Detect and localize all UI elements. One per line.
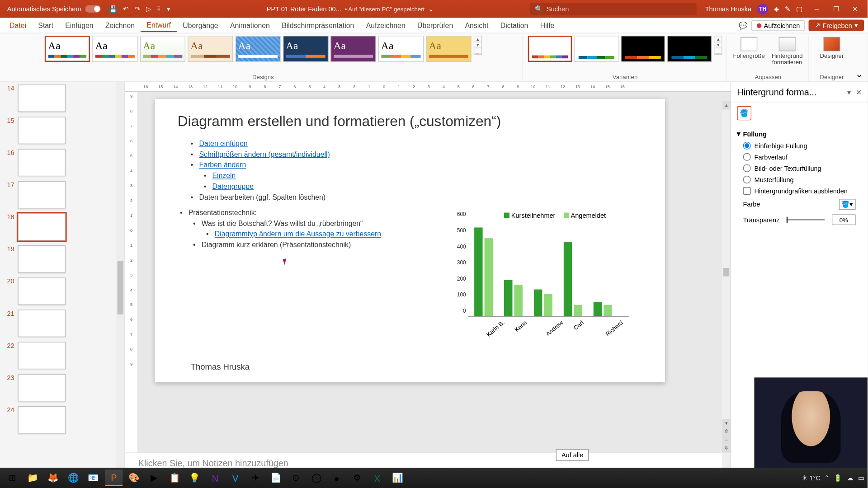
app-icon-8[interactable]: ● (328, 469, 346, 486)
themes-expand[interactable]: ▴▾⎯ (473, 36, 481, 55)
next-slide-icon[interactable]: ⤋ (722, 444, 730, 452)
tab-bildschirm[interactable]: Bildschirmpräsentation (276, 19, 360, 31)
close-button[interactable]: ✕ (846, 3, 864, 15)
prev-slide-icon[interactable]: ⤊ (722, 427, 730, 436)
theme-thumb-6[interactable]: Aa (283, 36, 328, 62)
tab-entwurf[interactable]: Entwurf (141, 19, 177, 32)
tab-ansicht[interactable]: Ansicht (459, 19, 494, 31)
save-icon[interactable]: 💾 (109, 5, 117, 13)
slide-size-button[interactable]: Foliengröße (731, 36, 767, 60)
app-icon-6[interactable]: ⊙ (287, 469, 305, 486)
tab-uebergaenge[interactable]: Übergänge (177, 19, 224, 31)
slide-canvas[interactable]: Diagramm erstellen und formatieren („cus… (155, 99, 665, 382)
onenote-icon[interactable]: N (206, 469, 224, 486)
app-icon-4[interactable]: V (226, 469, 245, 486)
variant-1[interactable] (528, 36, 572, 62)
maximize-button[interactable]: ☐ (827, 3, 845, 15)
chrome-icon[interactable]: 🌐 (64, 469, 82, 486)
tab-ueberpruefen[interactable]: Überprüfen (411, 19, 459, 31)
weather-widget[interactable]: ☀ 1°C (802, 474, 821, 482)
battery-icon[interactable]: 🔋 (834, 474, 842, 482)
telegram-icon[interactable]: ✈ (247, 469, 265, 486)
pattern-fill-radio[interactable]: Musterfüllung (737, 174, 861, 185)
file-explorer-icon[interactable]: 📁 (24, 469, 42, 486)
slide-title[interactable]: Diagramm erstellen und formatieren („cus… (178, 113, 642, 130)
theme-thumb-5[interactable]: Aa (235, 36, 280, 62)
tab-animationen[interactable]: Animationen (224, 19, 276, 31)
theme-thumb-1[interactable]: Aa (44, 36, 90, 62)
start-icon[interactable]: ▷ (146, 5, 151, 13)
tab-hilfe[interactable]: Hilfe (534, 19, 561, 31)
thumbnail-17[interactable]: 17 (0, 178, 124, 211)
diamond-icon[interactable]: ◈ (774, 5, 779, 13)
onedrive-icon[interactable]: ☁ (847, 474, 853, 482)
tab-zeichnen[interactable]: Zeichnen (99, 19, 141, 31)
document-title[interactable]: PPT 01 Roter Faden 00... • Auf "diesem P… (267, 5, 434, 13)
excel-icon[interactable]: X (368, 469, 387, 486)
minimize-button[interactable]: ─ (808, 3, 826, 15)
share-button[interactable]: ↗Freigeben▾ (809, 19, 864, 31)
record-button[interactable]: Aufzeichnen (751, 20, 805, 31)
app-icon-9[interactable]: 📊 (388, 469, 406, 486)
thumbnail-19[interactable]: 19 (0, 243, 124, 275)
redo-icon[interactable]: ↷ (135, 5, 140, 13)
tray-chevron-icon[interactable]: ˄ (825, 474, 829, 482)
tab-einfuegen[interactable]: Einfügen (59, 19, 99, 31)
tab-aufzeichnen[interactable]: Aufzeichnen (360, 19, 411, 31)
theme-thumb-8[interactable]: Aa (378, 36, 423, 62)
autosave-toggle[interactable]: Automatisches Speichern (7, 5, 101, 13)
transparency-slider[interactable] (787, 219, 825, 221)
user-avatar[interactable]: TH (757, 4, 768, 14)
theme-thumb-4[interactable]: Aa (188, 36, 233, 62)
thumbnail-22[interactable]: 22 (0, 339, 124, 371)
solid-fill-radio[interactable]: Einfarbige Füllung (737, 140, 861, 151)
fill-section-header[interactable]: ▾Füllung (737, 130, 861, 137)
outlook-icon[interactable]: 📧 (85, 469, 103, 486)
variant-2[interactable] (575, 36, 619, 62)
powerpoint-icon[interactable]: P (105, 469, 123, 486)
tab-start[interactable]: Start (32, 19, 59, 31)
app-icon-3[interactable]: 💡 (186, 469, 204, 486)
comments-icon[interactable]: 💬 (739, 21, 748, 29)
thumbnail-21[interactable]: 21 (0, 307, 124, 339)
thumbnail-18[interactable]: 18 (0, 211, 124, 243)
fill-tab-icon[interactable]: 🪣 (737, 106, 751, 121)
thumbnail-16[interactable]: 16 (0, 146, 124, 178)
settings-icon[interactable]: ⚙ (348, 469, 366, 486)
thumbnail-14[interactable]: 14 (0, 82, 124, 114)
theme-thumb-3[interactable]: Aa (140, 36, 185, 62)
collapse-ribbon-icon[interactable]: ⌄ (854, 36, 864, 81)
color-picker[interactable]: 🪣▾ (839, 199, 856, 210)
search-input[interactable]: 🔍 Suchen (530, 3, 697, 15)
tab-dictation[interactable]: Dictation (495, 19, 534, 31)
pane-options-icon[interactable]: ▾ (847, 88, 851, 96)
slide-author[interactable]: Thomas Hruska (191, 362, 250, 371)
picture-fill-radio[interactable]: Bild- oder Texturfüllung (737, 163, 861, 174)
format-background-button[interactable]: Hintergrund formatieren (769, 36, 805, 67)
variants-expand[interactable]: ▴▾⎯ (714, 36, 722, 55)
tray-icon[interactable]: ▭ (858, 474, 864, 482)
chart-object[interactable]: KursteilnehmerAngemeldet0100200300400500… (450, 210, 629, 341)
variant-4[interactable] (667, 36, 712, 62)
vlc-icon[interactable]: ▶ (146, 469, 164, 486)
designer-button[interactable]: Designer (814, 36, 849, 60)
variant-3[interactable] (621, 36, 665, 62)
app-icon-1[interactable]: 🎨 (125, 469, 143, 486)
chevron-down-icon[interactable]: ⌄ (428, 5, 434, 13)
apply-all-button[interactable]: Auf alle (556, 449, 589, 461)
gradient-fill-radio[interactable]: Farbverlauf (737, 151, 861, 163)
theme-thumb-9[interactable]: Aa (426, 36, 471, 62)
theme-thumb-2[interactable]: Aa (92, 36, 137, 62)
firefox-icon[interactable]: 🦊 (44, 469, 62, 486)
theme-thumb-7[interactable]: Aa (330, 36, 376, 62)
thumbnail-23[interactable]: 23 (0, 371, 124, 404)
slide-edit-area[interactable]: Diagramm erstellen und formatieren („cus… (138, 92, 731, 453)
window-icon[interactable]: ▢ (796, 5, 802, 13)
thumbnail-20[interactable]: 20 (0, 275, 124, 307)
thumbnail-24[interactable]: 24 (0, 404, 124, 436)
transparency-input[interactable]: 0% (832, 214, 856, 225)
app-icon-7[interactable]: ◯ (307, 469, 326, 486)
touch-icon[interactable]: ☟ (156, 5, 160, 13)
editor-vscrollbar[interactable]: ▴ ▾ ⤊ ≡ ⤋ (722, 101, 730, 453)
user-name-label[interactable]: Thomas Hruska (705, 5, 751, 13)
